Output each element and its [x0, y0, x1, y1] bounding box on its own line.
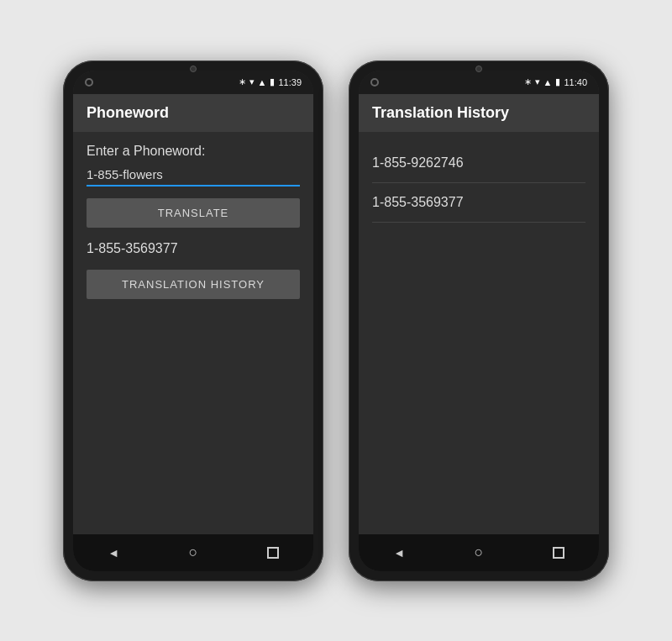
input-label: Enter a Phoneword: — [87, 144, 300, 159]
status-right-2: ∗ ▾ ▲ ▮ 11:40 — [524, 76, 587, 87]
time-display-1: 11:39 — [278, 77, 302, 87]
status-bar-1: ∗ ▾ ▲ ▮ 11:39 — [73, 71, 313, 94]
nav-bar-2: ○ — [359, 534, 599, 571]
bluetooth-icon: ∗ — [239, 76, 246, 87]
app-title-2: Translation History — [372, 104, 585, 122]
wifi-icon: ▾ — [249, 76, 255, 87]
signal-icon: ▲ — [258, 77, 267, 87]
recents-button-2[interactable] — [553, 547, 564, 559]
app-content-1: Enter a Phoneword: TRANSLATE 1-855-35693… — [73, 132, 313, 534]
phone-1: ∗ ▾ ▲ ▮ 11:39 Phoneword Enter a Phonewor… — [63, 60, 323, 581]
back-button-2[interactable] — [393, 545, 405, 560]
app-title-1: Phoneword — [87, 104, 300, 122]
app-content-2: 1-855-9262746 1-855-3569377 — [359, 132, 599, 534]
phoneword-input[interactable] — [87, 164, 300, 187]
history-item-1: 1-855-9262746 — [372, 144, 585, 183]
toolbar-1: Phoneword — [73, 94, 313, 132]
translated-number: 1-855-3569377 — [87, 238, 300, 260]
status-bar-2: ∗ ▾ ▲ ▮ 11:40 — [359, 71, 599, 94]
camera-bump — [190, 66, 197, 72]
phone-2-screen: ∗ ▾ ▲ ▮ 11:40 Translation History 1-855-… — [359, 71, 599, 571]
translation-history-button[interactable]: TRANSLATION HISTORY — [87, 270, 300, 299]
translate-button[interactable]: TRANSLATE — [87, 198, 300, 228]
signal-icon-2: ▲ — [543, 77, 553, 87]
bluetooth-icon-2: ∗ — [524, 76, 532, 87]
recents-button-1[interactable] — [267, 547, 279, 559]
status-right: ∗ ▾ ▲ ▮ 11:39 — [239, 76, 302, 87]
phone-1-screen: ∗ ▾ ▲ ▮ 11:39 Phoneword Enter a Phonewor… — [73, 71, 313, 571]
home-button-2[interactable]: ○ — [474, 544, 483, 561]
toolbar-2: Translation History — [359, 94, 599, 132]
wifi-icon-2: ▾ — [535, 76, 540, 87]
back-button-1[interactable] — [108, 545, 119, 560]
camera-bump-2 — [475, 66, 482, 72]
status-dot-2 — [370, 78, 379, 87]
battery-icon-2: ▮ — [555, 76, 560, 87]
nav-bar-1: ○ — [73, 534, 313, 571]
home-button-1[interactable]: ○ — [188, 544, 197, 561]
phone-2: ∗ ▾ ▲ ▮ 11:40 Translation History 1-855-… — [349, 60, 609, 581]
time-display-2: 11:40 — [564, 77, 587, 87]
app-screen-2: Translation History 1-855-9262746 1-855-… — [359, 94, 599, 534]
app-screen-1: Phoneword Enter a Phoneword: TRANSLATE 1… — [73, 94, 313, 534]
battery-icon: ▮ — [270, 76, 275, 87]
history-item-2: 1-855-3569377 — [372, 183, 585, 223]
phones-container: ∗ ▾ ▲ ▮ 11:39 Phoneword Enter a Phonewor… — [63, 60, 609, 581]
status-dot — [85, 78, 93, 87]
